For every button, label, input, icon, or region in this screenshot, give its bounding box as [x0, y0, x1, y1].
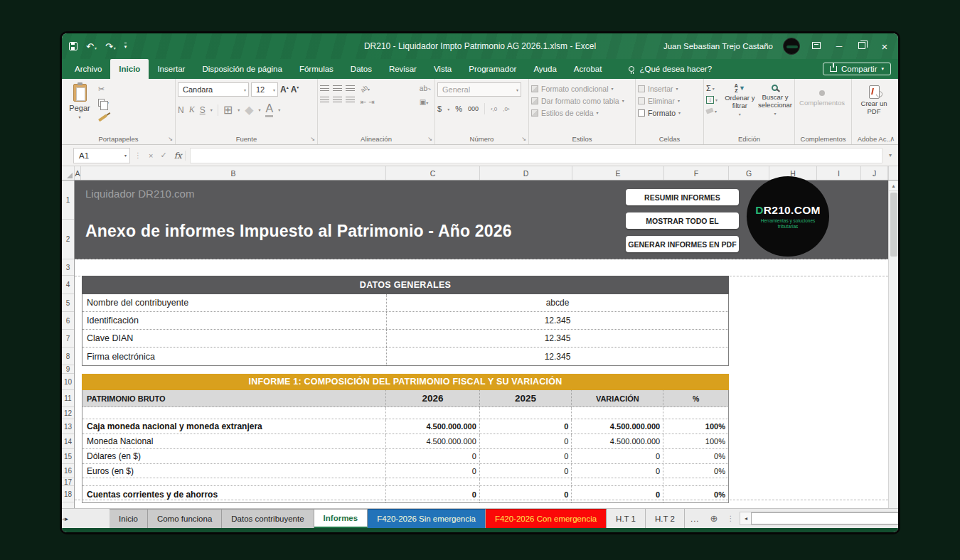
vertical-scroll-thumb[interactable] [890, 193, 897, 257]
ribbon-tab-ayuda[interactable]: Ayuda [525, 59, 565, 79]
ribbon-tab-programador[interactable]: Programador [460, 59, 525, 79]
row-header-14[interactable]: 14 [62, 434, 74, 449]
name-box[interactable]: A1▾ [73, 148, 130, 163]
row-header-17[interactable]: 17 [62, 478, 74, 486]
cell-styles-button[interactable]: Estilos de celda▾ [531, 107, 633, 119]
horizontal-scroll-thumb[interactable] [751, 512, 900, 524]
ribbon-tab-archivo[interactable]: Archivo [66, 59, 110, 79]
number-format-select[interactable]: General▾ [437, 82, 521, 97]
new-sheet-button[interactable]: ⊕ [705, 509, 723, 528]
row-header-10[interactable]: 10 [62, 374, 74, 390]
italic-button[interactable]: K [189, 104, 195, 115]
column-header-a[interactable]: A [75, 166, 81, 180]
sheet-tab-informes[interactable]: Informes [314, 509, 368, 528]
row-header-9[interactable]: 9 [62, 365, 74, 374]
wrap-text-button[interactable]: ab↷ [420, 85, 431, 92]
formula-bar-expand-icon[interactable]: ▾ [887, 152, 894, 158]
sort-filter-button[interactable]: AZ▼ Ordenar y filtrar▾ [725, 82, 755, 119]
underline-button[interactable]: S [200, 105, 206, 115]
column-header-i[interactable]: I [817, 166, 861, 180]
align-center-icon[interactable] [333, 97, 342, 103]
column-header-j[interactable]: J [861, 166, 888, 180]
align-middle-icon[interactable] [333, 85, 342, 92]
bold-button[interactable]: N [178, 105, 184, 115]
numero-dialog-launcher-icon[interactable]: ↘ [521, 136, 526, 142]
column-header-b[interactable]: B [81, 166, 386, 180]
row-header-15[interactable]: 15 [62, 449, 74, 464]
align-bottom-icon[interactable] [346, 85, 355, 92]
tell-me-box[interactable]: ¿Qué desea hacer? [629, 65, 712, 73]
font-name-select[interactable]: Candara▾ [178, 82, 249, 97]
insert-function-icon[interactable]: fx [174, 151, 182, 161]
ribbon-tab-acrobat[interactable]: Acrobat [565, 59, 611, 79]
ribbon-tab-datos[interactable]: Datos [342, 59, 380, 79]
select-all-corner[interactable] [62, 166, 75, 180]
row-header-8[interactable]: 8 [62, 348, 74, 365]
fill-button[interactable]: ↓▾ [706, 96, 722, 104]
format-cells-button[interactable]: Formato▾ [638, 107, 701, 119]
create-pdf-button[interactable]: Crear un PDF [854, 82, 894, 115]
row-header-5[interactable]: 5 [62, 294, 74, 312]
ribbon-tab-disposicion-de-pagina[interactable]: Disposición de página [193, 59, 291, 79]
format-as-table-button[interactable]: Dar formato como tabla▾ [531, 95, 633, 107]
increase-decimal-button[interactable]: ‹,0 [491, 106, 497, 112]
ribbon-tab-revisar[interactable]: Revisar [380, 59, 425, 79]
alineacion-dialog-launcher-icon[interactable]: ↘ [427, 136, 432, 142]
borders-button[interactable]: ⊞ [223, 103, 233, 117]
font-size-select[interactable]: 12▾ [251, 82, 278, 97]
close-button[interactable]: × [878, 41, 891, 52]
paste-button[interactable]: Pegar ▾ [64, 82, 95, 119]
grow-font-button[interactable]: A▴ [280, 85, 289, 95]
share-button[interactable]: Compartir ▾ [823, 63, 891, 75]
percent-button[interactable]: % [455, 104, 462, 113]
sheet-tab-h-t-2[interactable]: H.T 2 [646, 509, 685, 528]
autosum-button[interactable]: Σ▾ [706, 84, 722, 92]
vertical-scrollbar[interactable]: ▴ [888, 181, 898, 508]
complementos-button[interactable]: Complementos [797, 82, 847, 107]
sheet-tab-como-funciona[interactable]: Como funciona [148, 509, 222, 528]
resumir-informes-button[interactable]: RESUMIR INFORMES [626, 189, 739, 205]
insert-cells-button[interactable]: Insertar▾ [638, 82, 701, 95]
delete-cells-button[interactable]: Eliminar▾ [638, 95, 701, 107]
formula-input[interactable] [190, 148, 882, 163]
shrink-font-button[interactable]: A▾ [291, 85, 299, 95]
sheet-tab-f420-2026-sin-emergencia[interactable]: F420-2026 Sin emergencia [368, 509, 486, 528]
row-header-16[interactable]: 16 [62, 464, 74, 478]
row-header-11[interactable]: 11 [62, 390, 74, 407]
row-header-6[interactable]: 6 [62, 312, 74, 330]
copy-button[interactable]: ▾ [98, 98, 109, 107]
cancel-entry-icon[interactable]: × [149, 151, 153, 160]
enter-entry-icon[interactable]: ✓ [160, 151, 166, 160]
column-header-e[interactable]: E [572, 166, 664, 180]
row-header-1[interactable]: 1 [62, 181, 74, 220]
ribbon-tab-vista[interactable]: Vista [425, 59, 460, 79]
row-header-3[interactable]: 3 [62, 259, 74, 276]
font-color-button[interactable]: A [265, 102, 273, 117]
sheet-nav-right-icon[interactable]: ▸ [65, 509, 69, 528]
restore-button[interactable] [855, 42, 868, 50]
format-painter-button[interactable] [98, 112, 109, 121]
portapapeles-dialog-launcher-icon[interactable]: ↘ [168, 136, 173, 142]
column-header-d[interactable]: D [480, 166, 572, 180]
customize-toolbar-icon[interactable]: ▾ [124, 43, 127, 50]
save-icon[interactable] [69, 42, 78, 50]
orientation-button[interactable]: ab▾ [361, 85, 375, 92]
decrease-decimal-button[interactable]: ,0› [503, 106, 509, 112]
row-header-7[interactable]: 7 [62, 330, 74, 348]
ribbon-tab-inicio[interactable]: Inicio [110, 59, 149, 79]
sheet-tab-datos-contribuyente[interactable]: Datos contribuyente [222, 509, 314, 528]
row-header-12[interactable]: 12 [62, 407, 74, 419]
column-header-g[interactable]: G [729, 166, 769, 180]
find-select-button[interactable]: Buscar y seleccionar▾ [758, 82, 792, 118]
fuente-dialog-launcher-icon[interactable]: ↘ [310, 136, 315, 142]
ribbon-display-options-button[interactable] [810, 42, 823, 50]
ribbon-tab-insertar[interactable]: Insertar [149, 59, 193, 79]
indent-buttons[interactable]: ⇤ ⇥ [361, 98, 375, 106]
generar-informes-en-pdf-button[interactable]: GENERAR INFORMES EN PDF [626, 236, 739, 252]
merge-center-button[interactable]: ▣▾ [420, 98, 431, 106]
collapse-ribbon-icon[interactable]: ∧ [890, 135, 895, 142]
sheet-tab-f420-2026-con-emergencia[interactable]: F420-2026 Con emergencia [486, 509, 607, 528]
row-header-18[interactable]: 18 [62, 486, 74, 502]
align-left-icon[interactable] [320, 97, 329, 103]
row-header-4[interactable]: 4 [62, 276, 74, 294]
